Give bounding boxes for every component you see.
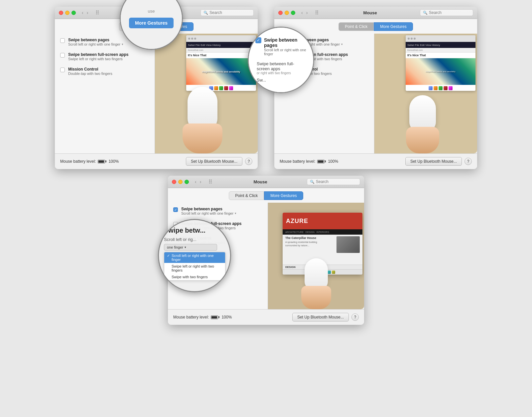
mag2-swipe-sub: or right with two fingers bbox=[257, 71, 307, 75]
browser-dock-2 bbox=[406, 85, 475, 91]
dropdown-item-2-label: Swipe left or right with two fingers bbox=[172, 264, 214, 272]
titlebar-3: ‹ › ⠿ Mouse 🔍 bbox=[168, 176, 364, 188]
mouse-hand-2 bbox=[406, 95, 439, 153]
mag2-sub-1: Scroll left or right with one finger bbox=[264, 48, 307, 56]
battery-info-3: Mouse battery level: 100% bbox=[173, 315, 232, 319]
search-input-2[interactable] bbox=[429, 10, 469, 15]
traffic-lights-2 bbox=[278, 11, 295, 15]
search-input-3[interactable] bbox=[316, 179, 356, 184]
battery-body-1 bbox=[98, 160, 105, 163]
dropdown-arrow-1: ▾ bbox=[122, 43, 123, 46]
azure-nav: ARCHITECTURE DESIGN INTERIORS bbox=[283, 229, 362, 235]
art-text-2: magnificent talents and sensibility bbox=[426, 71, 455, 73]
mission-control-label-1: Mission Control bbox=[68, 67, 112, 72]
checkbox-swipe-pages-3[interactable]: ✓ bbox=[173, 207, 178, 212]
battery-body-2 bbox=[317, 160, 325, 163]
search-box-1[interactable]: 🔍 bbox=[200, 9, 254, 16]
checkbox-swipe-fullscreen-1[interactable] bbox=[60, 53, 65, 58]
back-button-2[interactable]: ‹ bbox=[300, 9, 304, 16]
browser-dot-2-3 bbox=[414, 38, 416, 40]
mag2-item-1: ✓ Swipe between pages Scroll left or rig… bbox=[255, 37, 307, 56]
checkbox-swipe-pages-1[interactable] bbox=[60, 38, 65, 43]
dropdown-item-1-label: Scroll left or right with one finger bbox=[172, 254, 214, 262]
search-input-1[interactable] bbox=[209, 10, 249, 15]
window-title-3: Mouse bbox=[216, 179, 304, 184]
dropdown-trigger-bottom[interactable]: one finger ▾ bbox=[164, 244, 217, 251]
back-button-1[interactable]: ‹ bbox=[80, 9, 85, 16]
tab-more-gestures-3[interactable]: More Gestures bbox=[264, 191, 303, 200]
tab-area-2: Point & Click More Gestures bbox=[274, 19, 477, 34]
maximize-button-1[interactable] bbox=[71, 11, 76, 15]
minimize-button-2[interactable] bbox=[285, 11, 289, 15]
gesture-text-swipe-fullscreen-1: Swipe between full-screen apps Swipe lef… bbox=[68, 52, 128, 61]
close-button-3[interactable] bbox=[172, 180, 176, 184]
maximize-button-2[interactable] bbox=[291, 11, 295, 15]
swipe-pages-label-3: Swipe between pages bbox=[181, 207, 236, 211]
browser-dot-1 bbox=[188, 38, 190, 40]
browser-nav-area-2: Safari File Edit View History bbox=[406, 42, 475, 48]
maximize-button-3[interactable] bbox=[185, 180, 189, 184]
window-content-1: Swipe between pages Scroll left or right… bbox=[55, 34, 258, 153]
dropdown-item-1[interactable]: ✓ Scroll left or right with one finger bbox=[164, 252, 225, 263]
setup-bluetooth-btn-2[interactable]: Set Up Bluetooth Mouse... bbox=[405, 157, 462, 166]
help-btn-1[interactable]: ? bbox=[245, 158, 252, 165]
dock-2-1 bbox=[429, 86, 433, 90]
tab-more-gestures-2[interactable]: More Gestures bbox=[374, 22, 413, 31]
browser-dot-2 bbox=[191, 38, 193, 40]
browser-nav-area-1: Safari File Edit View History bbox=[186, 42, 256, 48]
dropdown-popup-bottom: ✓ Scroll left or right with one finger S… bbox=[164, 252, 225, 281]
mag2-swipe2-label: Sw... bbox=[257, 78, 307, 83]
titlebar-2: ‹ › ⠿ Mouse 🔍 bbox=[274, 7, 477, 19]
swipe-fullscreen-label-1: Swipe between full-screen apps bbox=[68, 52, 128, 57]
traffic-lights-1 bbox=[59, 11, 76, 15]
bottom-right-3: Set Up Bluetooth Mouse... ? bbox=[292, 313, 359, 321]
battery-icon-1 bbox=[98, 160, 106, 163]
dropdown-item-2[interactable]: Swipe left or right with two fingers bbox=[164, 263, 225, 274]
battery-label-2: Mouse battery level: bbox=[280, 159, 315, 164]
help-btn-2[interactable]: ? bbox=[465, 158, 472, 165]
setup-bluetooth-btn-1[interactable]: Set Up Bluetooth Mouse... bbox=[186, 157, 242, 166]
forward-button-3[interactable]: › bbox=[199, 178, 203, 185]
bottom-right-2: Set Up Bluetooth Mouse... ? bbox=[405, 157, 472, 166]
browser-dot-2-1 bbox=[408, 38, 410, 40]
azure-nav-item-3: INTERIORS bbox=[317, 231, 329, 233]
minimize-button-3[interactable] bbox=[178, 180, 183, 184]
grid-icon-1: ⠿ bbox=[95, 10, 99, 16]
forward-button-2[interactable]: › bbox=[305, 9, 309, 16]
help-btn-3[interactable]: ? bbox=[351, 313, 359, 321]
colorful-art-2: magnificent talents and sensibility bbox=[406, 58, 475, 85]
mag2-text-1: Swipe between pages Scroll left or right… bbox=[264, 37, 307, 56]
forward-button-1[interactable]: › bbox=[85, 9, 90, 16]
dock-icon-5 bbox=[229, 86, 233, 90]
checkbox-mission-control-1[interactable] bbox=[60, 68, 65, 72]
mission-control-sub-1: Double-tap with two fingers bbox=[68, 72, 112, 76]
zoomed-more-gestures-btn: More Gestures bbox=[129, 18, 174, 28]
window-bottom-3: Mouse battery level: 100% Set Up Bluetoo… bbox=[168, 309, 364, 325]
search-box-3[interactable]: 🔍 bbox=[307, 178, 360, 185]
battery-body-3 bbox=[211, 315, 218, 319]
browser-menu-2: Safari File Edit View History bbox=[407, 44, 440, 47]
minimize-button-1[interactable] bbox=[65, 11, 69, 15]
azure-header: AZURE bbox=[283, 213, 362, 229]
dock-2-2 bbox=[434, 86, 438, 90]
browser-url-2: itsnicethat.com bbox=[407, 49, 423, 51]
tab-point-click-2[interactable]: Point & Click bbox=[338, 22, 374, 31]
close-button-1[interactable] bbox=[59, 11, 63, 15]
traffic-lights-3 bbox=[172, 180, 189, 184]
mouse-hand-1 bbox=[183, 87, 222, 153]
dock-2-5 bbox=[449, 86, 453, 90]
browser-toolbar-2 bbox=[406, 35, 475, 42]
setup-bluetooth-btn-3[interactable]: Set Up Bluetooth Mouse... bbox=[292, 313, 349, 321]
search-box-2[interactable]: 🔍 bbox=[420, 9, 473, 16]
nav-buttons-1: ‹ › bbox=[80, 9, 89, 16]
close-button-2[interactable] bbox=[278, 11, 283, 15]
back-button-3[interactable]: ‹ bbox=[194, 178, 198, 185]
dropdown-item-3[interactable]: Swipe with two fingers bbox=[164, 274, 225, 280]
tab-point-click-3[interactable]: Point & Click bbox=[229, 191, 264, 200]
browser-mockup-2: Safari File Edit View History itsnicetha… bbox=[406, 35, 475, 91]
dropdown-arrow-2: ▾ bbox=[341, 43, 343, 46]
gesture-text-swipe-pages-1: Swipe between pages Scroll left or right… bbox=[68, 38, 123, 46]
mag2-checkbox: ✓ bbox=[255, 37, 261, 43]
swipe-pages-sub-1: Scroll left or right with one finger ▾ bbox=[68, 42, 123, 46]
battery-icon-2 bbox=[317, 160, 326, 163]
